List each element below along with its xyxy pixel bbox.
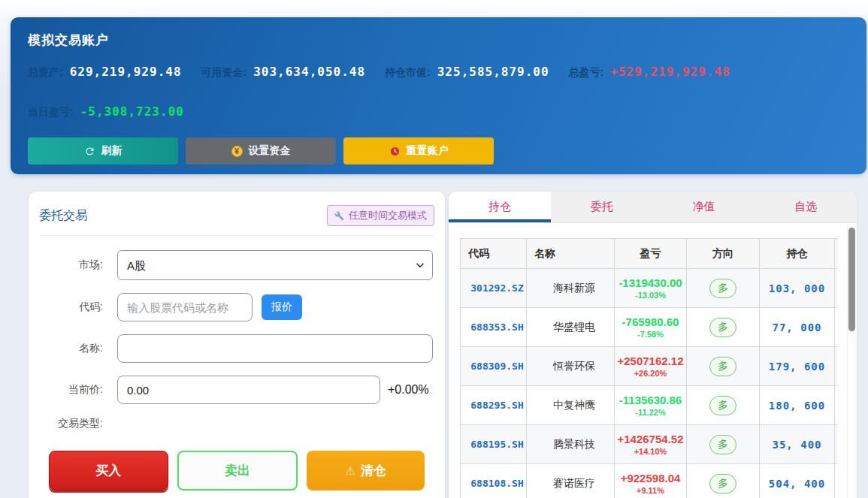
name-cell: 腾景科技	[527, 425, 615, 464]
reset-account-button[interactable]: 重置账户	[343, 137, 494, 164]
code-cell: 688295.SH	[461, 386, 527, 425]
price-row: 当前价: +0.00%	[39, 376, 434, 404]
pnl-percent: +26.20%	[615, 369, 686, 378]
direction-badge: 多	[709, 435, 736, 454]
position-qty-cell: 35, 400	[760, 425, 835, 464]
stat-total-pnl: 总盈亏: +529,219,929.48	[569, 65, 730, 80]
tab-watchlist[interactable]: 自选	[755, 192, 857, 222]
wrench-icon	[334, 211, 344, 221]
code-row: 代码: 报价	[39, 293, 434, 321]
clear-position-button[interactable]: ⚠ 清仓	[307, 451, 425, 490]
name-cell: 华盛锂电	[527, 308, 615, 347]
code-cell: 688108.SH	[461, 464, 527, 498]
code-cell: 688309.SH	[461, 347, 527, 386]
table-row[interactable]: 688295.SH 中复神鹰 -1135630.86 -11.22% 多 180…	[461, 386, 839, 425]
direction-badge: 多	[709, 474, 736, 493]
name-label: 名称:	[39, 342, 107, 355]
table-row[interactable]: 688108.SH 赛诺医疗 +922598.04 +9.11% 多 504, …	[461, 464, 839, 498]
set-funds-button[interactable]: ¥ 设置资金	[186, 137, 336, 164]
scrollbar-thumb[interactable]	[848, 228, 855, 331]
name-cell: 赛诺医疗	[527, 464, 615, 498]
position-qty-cell: 504, 400	[760, 464, 835, 498]
money-bag-icon: ¥	[231, 146, 243, 157]
direction-badge: 多	[709, 396, 736, 415]
sell-button-label: 卖出	[225, 462, 250, 479]
stat-daily-pnl: 当日盈亏: -5,308,723.00	[28, 104, 184, 119]
stat-value: 325,585,879.00	[437, 65, 549, 79]
stat-label: 总盈亏:	[569, 66, 604, 80]
trade-type-row: 交易类型:	[39, 417, 434, 430]
tab-net-value[interactable]: 净值	[653, 192, 755, 222]
pnl-value: -765980.60	[615, 315, 686, 328]
code-cell: 301292.SZ	[461, 269, 527, 308]
market-select[interactable]: A股	[117, 250, 433, 280]
extra-cell-clipped	[835, 347, 839, 386]
name-cell: 海科新源	[527, 269, 615, 308]
name-row: 名称:	[39, 334, 434, 363]
table-row[interactable]: 688353.SH 华盛锂电 -765980.60 -7.58% 多 77, 0…	[461, 308, 839, 347]
name-cell: 恒誉环保	[527, 347, 615, 386]
trade-type-label: 交易类型:	[39, 417, 107, 430]
reset-account-button-label: 重置账户	[407, 144, 449, 158]
extra-cell-clipped	[835, 308, 839, 347]
position-qty-cell: 103, 000	[760, 269, 835, 308]
table-row[interactable]: 688195.SH 腾景科技 +1426754.52 +14.10% 多 35,…	[461, 425, 839, 464]
tab-positions[interactable]: 持仓	[449, 192, 551, 222]
pnl-percent: -7.58%	[615, 330, 686, 339]
stat-position-value: 持仓市值: 325,585,879.00	[385, 65, 549, 80]
pnl-cell: +2507162.12 +26.20%	[615, 347, 687, 386]
table-scrollbar[interactable]	[847, 225, 856, 498]
pnl-percent: -11.22%	[615, 408, 686, 417]
pnl-value: +1426754.52	[615, 433, 686, 445]
direction-cell: 多	[687, 308, 760, 347]
set-funds-button-label: 设置资金	[249, 144, 291, 158]
name-cell: 中复神鹰	[527, 386, 615, 425]
stat-value: -5,308,723.00	[80, 104, 184, 119]
direction-badge: 多	[709, 318, 736, 337]
position-qty-cell: 180, 600	[760, 386, 835, 425]
positions-panel: 持仓 委托 净值 自选 代码 名称 盈亏 方向 持仓 301292.SZ	[449, 192, 857, 498]
header-pnl: 盈亏	[615, 239, 687, 269]
stat-value: 629,219,929.48	[70, 65, 182, 79]
market-label: 市场:	[39, 258, 107, 272]
stock-code-input[interactable]	[117, 293, 253, 321]
order-panel-title: 委托交易	[39, 208, 87, 224]
buy-button[interactable]: 买入	[49, 451, 168, 490]
stat-label: 可用资金:	[201, 66, 247, 80]
pnl-percent: -13.03%	[615, 291, 686, 300]
divider	[39, 235, 434, 236]
refresh-button-label: 刷新	[101, 144, 122, 158]
pnl-cell: +922598.04 +9.11%	[615, 464, 687, 498]
code-cell: 688195.SH	[461, 425, 527, 464]
extra-cell-clipped	[835, 464, 839, 498]
refresh-icon	[84, 146, 95, 157]
refresh-button[interactable]: 刷新	[28, 137, 178, 164]
direction-cell: 多	[687, 464, 760, 498]
stock-name-input[interactable]	[117, 334, 433, 363]
positions-tab-strip: 持仓 委托 净值 自选	[449, 192, 857, 223]
stat-total-assets: 总资产: 629,219,929.48	[28, 65, 182, 80]
order-trade-panel: 委托交易 任意时间交易模式 市场: A股 代码: 报价 名称: 当前价: +0.…	[29, 192, 445, 498]
pnl-value: +922598.04	[615, 472, 686, 484]
tab-orders[interactable]: 委托	[551, 192, 653, 222]
code-cell: 688353.SH	[461, 308, 527, 347]
direction-cell: 多	[687, 347, 760, 386]
direction-badge: 多	[709, 357, 736, 376]
pnl-value: -1135630.86	[615, 394, 686, 406]
header-position: 持仓	[760, 239, 835, 269]
sell-button[interactable]: 卖出	[177, 451, 298, 490]
table-row[interactable]: 688309.SH 恒誉环保 +2507162.12 +26.20% 多 179…	[461, 347, 839, 386]
extra-cell-clipped	[835, 386, 839, 425]
direction-badge: 多	[709, 279, 736, 298]
positions-table: 代码 名称 盈亏 方向 持仓 301292.SZ 海科新源 -1319430.0…	[460, 238, 838, 498]
account-buttons-row: 刷新 ¥ 设置资金 重置账户	[28, 137, 849, 164]
current-price-input[interactable]	[117, 376, 380, 404]
stat-value: +529,219,929.48	[610, 65, 730, 79]
order-actions-row: 买入 卖出 ⚠ 清仓	[39, 451, 434, 490]
current-price-label: 当前价:	[39, 383, 107, 397]
code-label: 代码:	[39, 300, 107, 314]
quote-button[interactable]: 报价	[262, 294, 302, 320]
table-row[interactable]: 301292.SZ 海科新源 -1319430.00 -13.03% 多 103…	[461, 269, 839, 308]
pnl-percent: +9.11%	[615, 486, 686, 495]
account-title: 模拟交易账户	[28, 32, 849, 49]
